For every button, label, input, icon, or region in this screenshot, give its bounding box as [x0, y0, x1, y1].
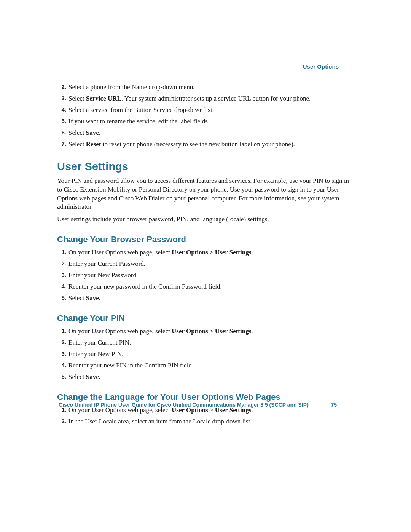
steps-change-browser-password: 1.On your User Options web page, select … — [57, 248, 352, 303]
page-footer: Cisco Unified IP Phone User Guide for Ci… — [57, 399, 352, 408]
step-item: 1.On your User Options web page, select … — [57, 327, 352, 336]
step-text: Enter your New Password. — [68, 272, 138, 279]
heading-change-pin: Change Your PIN — [57, 313, 352, 323]
step-item: 2.Select a phone from the Name drop-down… — [57, 83, 352, 92]
heading-change-browser-password: Change Your Browser Password — [57, 235, 352, 244]
step-number: 5. — [57, 294, 67, 302]
step-text: Select a service from the Button Service… — [68, 106, 214, 113]
step-number: 7. — [57, 140, 67, 148]
step-item: 4.Reenter your new PIN in the Confirm PI… — [57, 361, 352, 370]
step-text: Reenter your new password in the Confirm… — [68, 283, 222, 290]
step-number: 2. — [57, 260, 67, 267]
step-number: 2. — [57, 83, 67, 91]
step-item: 4.Reenter your new password in the Confi… — [57, 283, 352, 291]
step-number: 1. — [57, 327, 67, 335]
step-text: Enter your Current PIN. — [68, 339, 131, 346]
step-number: 4. — [57, 106, 67, 113]
intro-paragraph-1: Your PIN and password allow you to acces… — [57, 177, 352, 212]
step-number: 6. — [57, 129, 67, 136]
running-head: User Options — [303, 63, 339, 70]
step-text: Select Service URL. Your system administ… — [68, 95, 311, 102]
page-content: 2.Select a phone from the Name drop-down… — [57, 83, 352, 426]
step-item: 4.Select a service from the Button Servi… — [57, 106, 352, 115]
step-number: 4. — [57, 283, 67, 290]
step-text: Select Reset to reset your phone (necess… — [68, 141, 295, 148]
step-item: 1.On your User Options web page, select … — [57, 248, 352, 257]
step-number: 2. — [57, 339, 67, 346]
step-item: 3.Select Service URL. Your system admini… — [57, 94, 352, 103]
step-text: On your User Options web page, select Us… — [68, 328, 253, 335]
step-text: Select Save. — [68, 129, 100, 136]
step-number: 3. — [57, 350, 67, 358]
step-item: 6.Select Save. — [57, 129, 352, 137]
step-number: 4. — [57, 361, 67, 369]
step-item: 2.In the User Locale area, select an ite… — [57, 417, 352, 426]
step-text: On your User Options web page, select Us… — [68, 249, 253, 256]
step-text: Select Save. — [68, 373, 100, 380]
steps-change-language: 1.On your User Options web page, select … — [57, 406, 352, 426]
step-item: 5.Select Save. — [57, 294, 352, 303]
step-item: 2.Enter your Current Password. — [57, 260, 352, 268]
step-text: Select Save. — [68, 294, 100, 302]
footer-doc-title: Cisco Unified IP Phone User Guide for Ci… — [57, 402, 322, 408]
step-number: 5. — [57, 373, 67, 380]
step-number: 1. — [57, 248, 67, 256]
step-number: 3. — [57, 271, 67, 279]
step-number: 3. — [57, 94, 67, 102]
step-item: 5.Select Save. — [57, 373, 352, 382]
step-text: In the User Locale area, select an item … — [68, 418, 252, 425]
step-text: Enter your New PIN. — [68, 350, 123, 358]
step-text: Select a phone from the Name drop-down m… — [68, 83, 194, 91]
continued-steps-list: 2.Select a phone from the Name drop-down… — [57, 83, 352, 149]
step-text: Enter your Current Password. — [68, 260, 145, 267]
step-text: Reenter your new PIN in the Confirm PIN … — [68, 362, 193, 369]
step-item: 2.Enter your Current PIN. — [57, 339, 352, 347]
step-item: 5.If you want to rename the service, edi… — [57, 117, 352, 126]
step-item: 3.Enter your New Password. — [57, 271, 352, 280]
step-number: 5. — [57, 117, 67, 125]
intro-paragraph-2: User settings include your browser passw… — [57, 215, 352, 224]
step-item: 7.Select Reset to reset your phone (nece… — [57, 140, 352, 149]
document-page: User Options 2.Select a phone from the N… — [0, 0, 411, 532]
step-item: 3.Enter your New PIN. — [57, 350, 352, 359]
step-number: 2. — [57, 417, 67, 425]
heading-user-settings: User Settings — [57, 160, 352, 173]
steps-change-pin: 1.On your User Options web page, select … — [57, 327, 352, 382]
footer-page-number: 75 — [322, 402, 352, 408]
step-text: If you want to rename the service, edit … — [68, 118, 209, 125]
